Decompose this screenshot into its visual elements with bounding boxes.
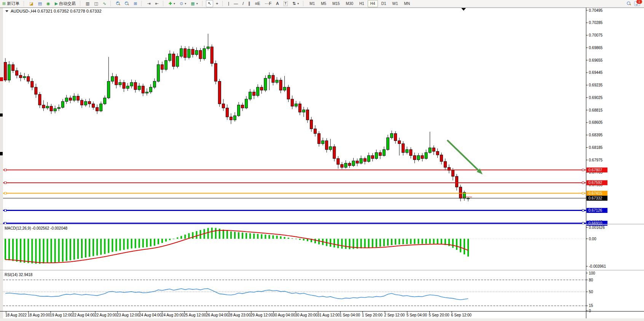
timeframe-d1-button[interactable]: D1 xyxy=(379,0,389,7)
timeframe-m5-button[interactable]: M5 xyxy=(318,0,329,7)
svg-text:1 Sep 04:00: 1 Sep 04:00 xyxy=(340,313,360,317)
svg-text:0.69655: 0.69655 xyxy=(589,58,603,62)
hline-0.67126[interactable]: 0.67126 xyxy=(3,208,607,213)
fibo-retracement-button[interactable]: ⋯F xyxy=(263,0,274,7)
chart-bars-button[interactable]: ▥ xyxy=(84,0,91,7)
autoscroll-button[interactable]: ⇥ xyxy=(145,0,152,7)
chart-line-button[interactable]: ∿ xyxy=(101,0,108,7)
window-menu-icon[interactable] xyxy=(5,10,8,12)
drawn-arrow[interactable] xyxy=(447,140,483,174)
hline-0.66910[interactable]: 0.66910 xyxy=(3,221,607,226)
zoom-out-button[interactable]: − xyxy=(123,0,131,7)
svg-text:18 Aug 2022: 18 Aug 2022 xyxy=(5,313,27,317)
timeframe-m15-button[interactable]: M15 xyxy=(330,0,342,7)
svg-text:28 Aug 23:00: 28 Aug 23:00 xyxy=(228,313,251,317)
macd-label: MACD(12,26,9) -0.002562 -0.002048 xyxy=(5,226,68,230)
toolbar-separator xyxy=(141,1,143,6)
svg-text:5 Sep 04:00: 5 Sep 04:00 xyxy=(406,313,427,317)
hline-0.67415[interactable]: 0.67415 xyxy=(3,191,607,196)
zoom-in-button[interactable]: + xyxy=(114,0,122,7)
svg-text:0.68395: 0.68395 xyxy=(589,133,603,137)
main-toolbar: ⊞新订单◪▤◉▶自动交易▥◫∿+−⊞⇥⇤✚▾⊙▾▦▾↖+|—/∥≡E⋯FAT⇅▾… xyxy=(0,0,644,8)
text-button[interactable]: A xyxy=(274,0,281,7)
timeframe-h4-button[interactable]: H4 xyxy=(368,0,378,7)
cursor-button[interactable]: ↖ xyxy=(206,0,213,7)
cursor-icon: ↖ xyxy=(208,2,211,6)
arrows-button[interactable]: ⇅▾ xyxy=(290,0,301,7)
rsi-axis-label: 100 xyxy=(589,271,595,275)
chevron-down-icon: ▾ xyxy=(185,2,186,5)
svg-text:24 Aug 20:00: 24 Aug 20:00 xyxy=(161,313,184,317)
svg-text:22 Aug 04:00: 22 Aug 04:00 xyxy=(72,313,95,317)
chart-shift-button[interactable]: ⇤ xyxy=(153,0,161,7)
hline-0.67807[interactable]: 0.67807 xyxy=(3,168,607,172)
line-handle[interactable] xyxy=(5,192,6,194)
notification-badge: 1 xyxy=(636,0,642,4)
styles-button[interactable]: ◪ xyxy=(27,0,35,7)
hline-0.67332[interactable]: 0.67332 xyxy=(3,196,607,201)
hline-0.67592[interactable]: 0.67592 xyxy=(3,180,607,185)
chat-button[interactable]: 1 xyxy=(634,1,640,6)
new-order-icon: ⊞ xyxy=(2,2,6,6)
timeframe-m30-button[interactable]: M30 xyxy=(343,0,356,7)
svg-text:30 Aug 04:00: 30 Aug 04:00 xyxy=(273,313,295,317)
templates-button[interactable]: ▦▾ xyxy=(189,0,199,7)
indicators-icon: ✚ xyxy=(169,2,172,6)
crosshair-icon: + xyxy=(216,2,218,6)
line-handle[interactable] xyxy=(582,182,584,184)
line-handle[interactable] xyxy=(5,169,6,171)
tile-windows-button[interactable]: ⊞ xyxy=(132,0,139,7)
search-icon[interactable] xyxy=(627,2,631,6)
toolbar-separator xyxy=(110,1,112,6)
autotrade-button[interactable]: ▶自动交易 xyxy=(53,0,78,7)
timeframe-w1-button[interactable]: W1 xyxy=(389,0,400,7)
svg-text:0.67126: 0.67126 xyxy=(588,208,603,212)
chevron-down-icon: ▾ xyxy=(297,2,299,5)
svg-text:0.67807: 0.67807 xyxy=(588,168,603,172)
chart-area[interactable]: 0.704950.702850.700750.698650.696550.694… xyxy=(0,0,644,321)
svg-text:24 Aug 04:00: 24 Aug 04:00 xyxy=(139,313,161,317)
toolbar-separator xyxy=(303,1,305,6)
periods-button[interactable]: ⊙▾ xyxy=(178,0,188,7)
crosshair-button[interactable]: + xyxy=(214,0,220,7)
hline-button[interactable]: — xyxy=(232,0,240,7)
line-handle[interactable] xyxy=(582,192,584,194)
signal-button[interactable]: ◉ xyxy=(45,0,52,7)
rsi-axis-label: 50 xyxy=(589,290,593,294)
fibo-channel-button[interactable]: ≡E xyxy=(253,0,262,7)
svg-text:0.68185: 0.68185 xyxy=(589,145,603,150)
line-handle[interactable] xyxy=(582,209,584,211)
vline-button[interactable]: | xyxy=(226,0,231,7)
chart-shift-marker[interactable] xyxy=(461,8,466,11)
line-handle[interactable] xyxy=(5,209,6,211)
channel-button[interactable]: ∥ xyxy=(246,0,252,7)
autoscroll-icon: ⇥ xyxy=(147,2,150,6)
signal-icon: ◉ xyxy=(46,2,50,6)
label-button[interactable]: T xyxy=(282,0,290,7)
svg-text:23 Aug 12:00: 23 Aug 12:00 xyxy=(117,313,139,317)
styles-icon: ◪ xyxy=(29,2,33,6)
line-handle[interactable] xyxy=(5,182,6,184)
svg-text:0.70075: 0.70075 xyxy=(589,33,603,37)
timeframe-h1-button[interactable]: H1 xyxy=(357,0,367,7)
time-axis[interactable]: 18 Aug 202218 Aug 20:0019 Aug 12:0022 Au… xyxy=(5,311,472,317)
indicators-button[interactable]: ✚▾ xyxy=(167,0,177,7)
new-order-button[interactable]: ⊞新订单 xyxy=(0,0,21,7)
rsi-label: RSI(14) 32.9418 xyxy=(5,273,33,277)
svg-text:1 Sep 20:00: 1 Sep 20:00 xyxy=(362,313,383,317)
profile-button[interactable]: ▤ xyxy=(36,0,44,7)
chart-candles-button[interactable]: ◫ xyxy=(92,0,100,7)
svg-text:AUDUSD-,H4 0.67321 0.67352 0.: AUDUSD-,H4 0.67321 0.67352 0.67278 0.673… xyxy=(11,9,102,13)
symbol-info-line: AUDUSD-,H4 0.67321 0.67352 0.67278 0.673… xyxy=(5,9,102,13)
timeframe-m1-button[interactable]: M1 xyxy=(307,0,317,7)
svg-text:0.68605: 0.68605 xyxy=(589,120,603,125)
toolbar-separator xyxy=(163,1,165,6)
trendline-button[interactable]: / xyxy=(241,0,245,7)
timeframe-mn-button[interactable]: MN xyxy=(401,0,413,7)
line-handle[interactable] xyxy=(582,169,584,171)
svg-text:0.68815: 0.68815 xyxy=(589,108,603,112)
templates-icon: ▦ xyxy=(191,2,194,6)
periods-icon: ⊙ xyxy=(180,2,183,6)
autotrade-button-label: 自动交易 xyxy=(59,1,76,6)
vline-icon: | xyxy=(228,2,229,6)
